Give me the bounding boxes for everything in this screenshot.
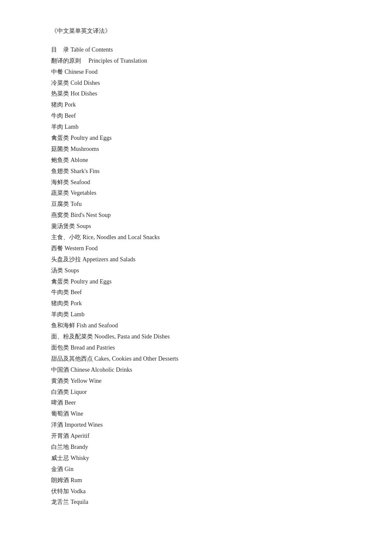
- list-item: 海鲜类 Seafood: [51, 177, 341, 188]
- list-item: 白兰地 Brandy: [51, 442, 341, 453]
- list-item: 翻译的原则 Principles of Translation: [51, 55, 341, 66]
- list-item: 鱼翅类 Shark's Fins: [51, 166, 341, 177]
- list-item: 羊肉类 Lamb: [51, 309, 341, 320]
- list-item: 猪肉 Pork: [51, 99, 341, 110]
- list-item: 羹汤煲类 Soups: [51, 221, 341, 232]
- list-item: 面、粉及配菜类 Noodles, Pasta and Side Dishes: [51, 331, 341, 342]
- list-item: 威士忌 Whisky: [51, 453, 341, 464]
- list-item: 蔬菜类 Vegetables: [51, 188, 341, 199]
- list-item: 伏特加 Vodka: [51, 486, 341, 497]
- list-item: 热菜类 Hot Dishes: [51, 88, 341, 99]
- list-item: 金酒 Gin: [51, 464, 341, 475]
- list-item: 葡萄酒 Wine: [51, 408, 341, 419]
- list-item: 猪肉类 Pork: [51, 298, 341, 309]
- list-item: 啤酒 Beer: [51, 397, 341, 408]
- list-item: 白酒类 Liquor: [51, 387, 341, 398]
- list-item: 黄酒类 Yellow Wine: [51, 376, 341, 387]
- list-item: 面包类 Bread and Pastries: [51, 342, 341, 353]
- list-item: 牛肉类 Beef: [51, 287, 341, 298]
- list-item: 甜品及其他西点 Cakes, Cookies and Other Dessert…: [51, 353, 341, 364]
- list-item: 禽蛋类 Poultry and Eggs: [51, 276, 341, 287]
- list-item: 开胃酒 Aperitif: [51, 431, 341, 442]
- list-item: 羊肉 Lamb: [51, 121, 341, 133]
- list-item: 冷菜类 Cold Dishes: [51, 78, 341, 89]
- list-item: 豆腐类 Tofu: [51, 199, 341, 210]
- list-item: 朗姆酒 Rum: [51, 475, 341, 486]
- list-item: 龙舌兰 Tequila: [51, 497, 341, 508]
- list-item: 主食、小吃 Rice, Noodles and Local Snacks: [51, 232, 341, 243]
- list-item: 燕窝类 Bird's Nest Soup: [51, 210, 341, 221]
- list-item: 鲍鱼类 Ablone: [51, 155, 341, 166]
- list-item: 洋酒 Imported Wines: [51, 419, 341, 431]
- list-item: 目 录 Table of Contents: [51, 44, 341, 55]
- list-item: 中国酒 Chinese Alcoholic Drinks: [51, 364, 341, 376]
- list-item: 牛肉 Beef: [51, 110, 341, 121]
- list-item: 汤类 Soups: [51, 265, 341, 276]
- list-item: 西餐 Western Food: [51, 243, 341, 254]
- list-item: 鱼和海鲜 Fish and Seafood: [51, 320, 341, 331]
- list-item: 禽蛋类 Poultry and Eggs: [51, 133, 341, 144]
- toc-list: 目 录 Table of Contents翻译的原则 Principles of…: [51, 44, 341, 508]
- list-item: 菇菌类 Mushrooms: [51, 144, 341, 155]
- list-item: 头盘及沙拉 Appetizers and Salads: [51, 254, 341, 265]
- list-item: 中餐 Chinese Food: [51, 66, 341, 78]
- page-title: 《中文菜单英文译法》: [51, 26, 341, 37]
